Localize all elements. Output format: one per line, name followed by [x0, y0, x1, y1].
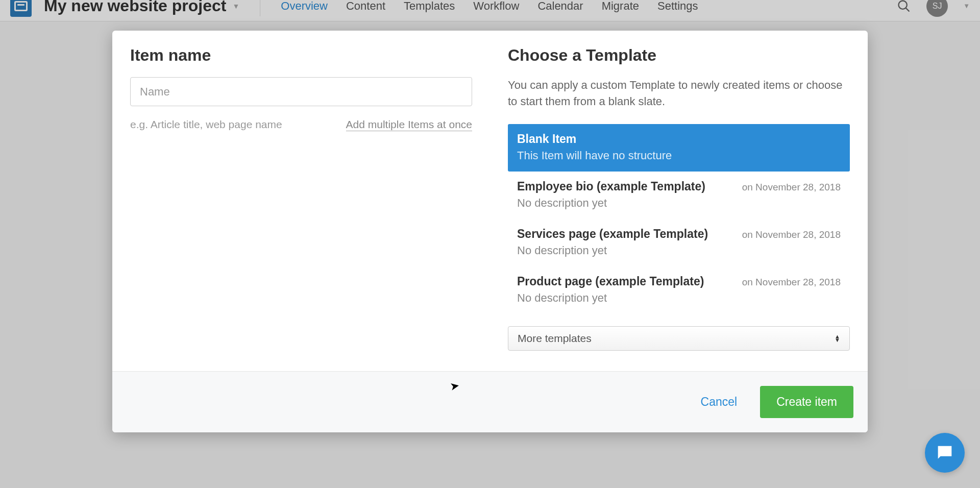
- cancel-button[interactable]: Cancel: [701, 395, 738, 409]
- item-name-input[interactable]: [130, 77, 472, 106]
- item-name-title: Item name: [130, 46, 472, 65]
- template-sub: No description yet: [517, 291, 841, 305]
- chat-widget-button[interactable]: [925, 433, 965, 473]
- template-date: on November 28, 2018: [742, 229, 841, 240]
- modal-overlay: Item name e.g. Article title, web page n…: [0, 0, 980, 488]
- template-option-product-page[interactable]: Product page (example Template) on Novem…: [508, 266, 850, 314]
- template-option-services-page[interactable]: Services page (example Template) on Nove…: [508, 219, 850, 266]
- template-name: Employee bio (example Template): [517, 180, 705, 193]
- choose-template-title: Choose a Template: [508, 46, 850, 65]
- select-arrows-icon: ▲▼: [835, 335, 840, 342]
- create-item-button[interactable]: Create item: [760, 386, 853, 418]
- template-option-employee-bio[interactable]: Employee bio (example Template) on Novem…: [508, 172, 850, 219]
- template-option-blank[interactable]: Blank Item This Item will have no struct…: [508, 124, 850, 172]
- template-date: on November 28, 2018: [742, 277, 841, 288]
- more-templates-select[interactable]: More templates ▲▼: [508, 326, 850, 351]
- more-templates-label: More templates: [518, 332, 592, 345]
- template-sub: No description yet: [517, 197, 841, 210]
- template-sub: This Item will have no structure: [517, 149, 841, 162]
- chat-icon: [935, 443, 955, 463]
- template-name: Blank Item: [517, 132, 576, 146]
- template-list: Blank Item This Item will have no struct…: [508, 124, 850, 314]
- template-name: Services page (example Template): [517, 227, 708, 241]
- item-name-hint: e.g. Article title, web page name: [130, 118, 282, 131]
- add-multiple-link[interactable]: Add multiple Items at once: [346, 118, 472, 131]
- choose-template-description: You can apply a custom Template to newly…: [508, 77, 850, 110]
- create-item-modal: Item name e.g. Article title, web page n…: [112, 31, 868, 432]
- template-name: Product page (example Template): [517, 275, 704, 288]
- template-date: on November 28, 2018: [742, 182, 841, 193]
- template-sub: No description yet: [517, 244, 841, 257]
- modal-footer: Cancel Create item: [112, 371, 868, 432]
